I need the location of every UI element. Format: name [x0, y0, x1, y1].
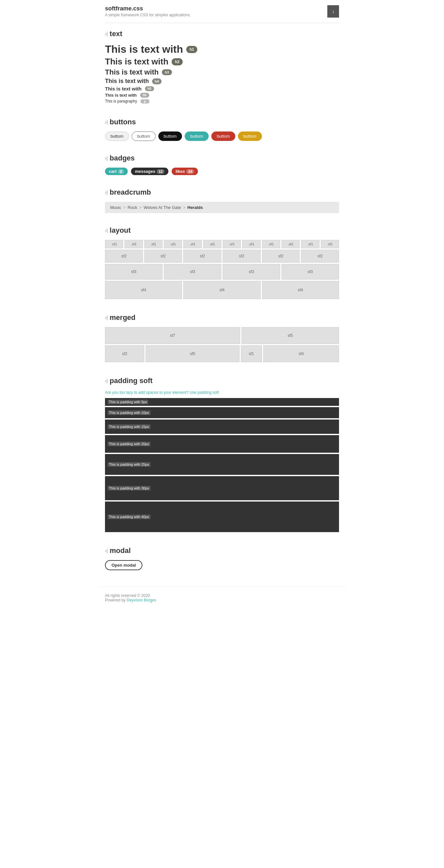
h3-badge: h3: [162, 69, 172, 75]
breadcrumb-section-title: ›| breadcrumb: [105, 188, 339, 196]
heading-h3-row: This is text with h3: [105, 68, 339, 76]
breadcrumb-section: ›| breadcrumb Music > Rock > Wolves At T…: [99, 182, 345, 220]
sf1-cell-11: .sf1: [301, 240, 319, 248]
merged-section-title: ›| merged: [105, 313, 339, 322]
heading-h6-row: This is text with h6: [105, 93, 339, 98]
text-section: ›| text This is text with h1 This is tex…: [99, 23, 345, 111]
breadcrumb-item-1[interactable]: Rock: [128, 205, 137, 210]
paragraph-row: This is paragraphy p: [105, 99, 339, 103]
padding-title-label: padding soft: [109, 377, 152, 385]
badge-messages-label: messages: [135, 169, 156, 174]
p-text: This is paragraphy: [105, 99, 137, 103]
heading-h4-row: This is text with h4: [105, 78, 339, 85]
padding-intro: Are you too lazy to add spaces to your e…: [105, 390, 339, 395]
button-dark-outline[interactable]: buttom: [132, 131, 156, 141]
h5-text: This is text with: [105, 86, 142, 91]
button-teal[interactable]: buttom: [184, 131, 209, 141]
breadcrumb-item-3: Heralds: [187, 205, 203, 210]
merged-row-2: sf2 sf5 sf1 sf4: [105, 345, 339, 362]
download-icon: ↓: [332, 8, 335, 14]
sf1-cell-8: .sf1: [242, 240, 260, 248]
breadcrumb-item-0[interactable]: Music: [110, 205, 121, 210]
breadcrumb-sep-2: >: [183, 205, 185, 210]
padding-label-5: This is padding with 5px: [108, 400, 148, 404]
h4-text: This is text with: [105, 78, 149, 85]
h4-badge: h4: [152, 79, 162, 84]
sf3-cell-1: sf3: [105, 264, 163, 280]
padding-item-5: This is padding with 5px: [105, 398, 339, 406]
section-arrow-modal: ›|: [105, 548, 108, 553]
footer-powered-by: Powered by: [105, 598, 126, 602]
sf1-cell-12: .sf1: [321, 240, 339, 248]
button-yellow[interactable]: buttom: [238, 131, 262, 141]
badge-messages: messages 12: [131, 167, 168, 175]
padding-section: ›| padding soft Are you too lazy to add …: [99, 370, 345, 540]
button-black[interactable]: buttom: [158, 131, 182, 141]
section-arrow-breadcrumb: ›|: [105, 190, 108, 195]
sf2-cell-2: sf2: [144, 250, 182, 262]
h6-badge: h6: [140, 93, 149, 98]
h1-text: This is text with: [105, 43, 183, 55]
padding-intro-highlight: Use padding soft: [190, 390, 219, 395]
sf4-cell-1: sf4: [105, 281, 182, 299]
section-arrow-buttons: ›|: [105, 119, 108, 125]
padding-label-20: This is padding with 20px: [108, 442, 150, 446]
badges-title-label: badges: [109, 154, 135, 162]
sf3-cell-3: sf3: [223, 264, 280, 280]
padding-label-15: This is padding with 15px: [108, 425, 150, 429]
breadcrumb-sep-0: >: [123, 205, 126, 210]
merged-row-1: sf7 sf5: [105, 327, 339, 344]
sf2-cell-1: sf2: [105, 250, 143, 262]
modal-section-title: ›| modal: [105, 547, 339, 555]
sf1-cell-3: .sf1: [144, 240, 163, 248]
footer-powered: Powered by Deyvison Borges: [105, 598, 339, 602]
heading-h5-row: This is text with h5: [105, 86, 339, 91]
sf2-cell-4: sf2: [223, 250, 261, 262]
padding-label-25: This is padding with 25px: [108, 462, 150, 467]
site-subtitle: A simple framework CSS for simples appli…: [105, 13, 191, 17]
padding-item-10: This is padding with 10px: [105, 407, 339, 418]
sf3-cell-4: sf3: [281, 264, 339, 280]
download-button[interactable]: ↓: [327, 5, 339, 18]
badge-likes: likes 34: [172, 167, 198, 175]
h2-badge: h2: [172, 58, 183, 65]
sf2-cell-3: sf2: [183, 250, 221, 262]
footer-author-link[interactable]: Deyvison Borges: [127, 598, 156, 602]
footer: All rights reserved © 2020 Powered by De…: [99, 587, 345, 609]
open-modal-button[interactable]: Open modal: [105, 560, 142, 570]
badge-likes-label: likes: [175, 169, 185, 174]
merged-sf1: sf1: [241, 345, 262, 362]
merged-sf4: sf4: [263, 345, 339, 362]
padding-label-40: This is padding with 40px: [108, 515, 150, 519]
h6-text: This is text with: [105, 93, 137, 98]
footer-copyright: All rights reserved © 2020: [105, 593, 339, 598]
layout-title-label: layout: [109, 226, 131, 235]
h3-text: This is text with: [105, 68, 159, 76]
h1-badge: h1: [186, 46, 197, 53]
padding-item-15: This is padding with 15px: [105, 420, 339, 434]
badge-messages-count: 12: [157, 169, 165, 174]
badge-cart-label: cart: [109, 169, 117, 174]
breadcrumb-bar: Music > Rock > Wolves At The Gate > Hera…: [105, 202, 339, 213]
modal-title-label: modal: [109, 547, 131, 555]
modal-section: ›| modal Open modal: [99, 540, 345, 577]
buttons-title-label: buttons: [109, 118, 136, 126]
padding-item-25: This is padding with 25px: [105, 454, 339, 475]
section-arrow: ›|: [105, 31, 108, 36]
text-title-label: text: [109, 30, 122, 38]
breadcrumb-item-2[interactable]: Wolves At The Gate: [144, 205, 181, 210]
text-section-title: ›| text: [105, 30, 339, 38]
sf1-cell-6: .sf1: [203, 240, 221, 248]
sf4-cell-3: sf4: [262, 281, 339, 299]
sf2-row: sf2 sf2 sf2 sf2 sf2 sf2: [105, 250, 339, 262]
sf1-row: .sf1 .sf1 .sf1 .sf1 .sf1 .sf1 .sf1 .sf1 …: [105, 240, 339, 248]
section-arrow-merged: ›|: [105, 315, 108, 320]
section-arrow-badges: ›|: [105, 156, 108, 161]
merged-sf7: sf7: [105, 327, 240, 344]
badge-likes-count: 34: [186, 169, 194, 174]
button-red[interactable]: buttom: [211, 131, 235, 141]
badges-section-title: ›| badges: [105, 154, 339, 162]
button-outline[interactable]: buttom: [105, 131, 129, 141]
sf1-cell-10: .sf1: [281, 240, 300, 248]
badges-section: ›| badges cart 2 messages 12 likes 34: [99, 148, 345, 182]
